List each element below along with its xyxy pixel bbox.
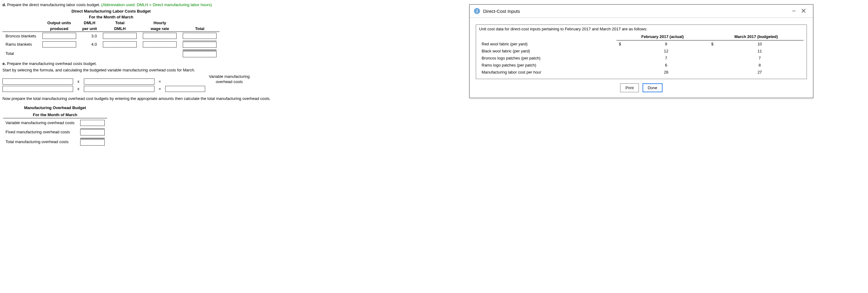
part-e-label: e. [2,61,6,66]
formula1-term2-input[interactable] [84,78,155,84]
broncos-total-input[interactable] [183,33,217,39]
dialog-title-bar: i Direct-Cost Inputs − ✕ [470,5,813,18]
cost-feb: 6 [623,62,709,69]
times-op-2: x [75,86,82,91]
col-wage-a: Hourly [140,20,180,26]
close-icon[interactable]: ✕ [798,8,809,14]
col-output-a: Output units [39,20,79,26]
col-output-b: produced [39,26,79,32]
table-row: Rams logo patches (per patch) 6 8 [479,62,804,69]
cost-mar: 11 [716,47,804,54]
done-button[interactable]: Done [643,83,662,92]
cost-row-name: Black wool fabric (per yard) [479,47,616,54]
row-total-name: Total [2,49,39,58]
cost-table: February 2017 (actual) March 2017 (budge… [479,33,804,76]
cost-feb: 9 [623,40,709,48]
table-row: Variable manufacturing overhead costs [3,119,107,127]
dmlh-title: Direct Manufacturing Labor Costs Budget [2,8,220,14]
part-d-label: d. [2,2,6,7]
dmlh-subtitle: For the Month of March [2,14,220,20]
cost-feb: 7 [623,54,709,62]
rams-total-input[interactable] [183,42,217,48]
ovhd-subtitle: For the Month of March [3,112,107,118]
cost-row-name: Red wool fabric (per yard) [479,40,616,48]
ovhd-fixed-label: Fixed manufacturing overhead costs [3,127,77,136]
col-mar: March 2017 (budgeted) [709,33,804,40]
cost-feb: 12 [623,47,709,54]
cost-row-name: Rams logo patches (per patch) [479,62,616,69]
equals-op-2: = [157,86,163,91]
row-broncos-name: Broncos blankets [2,32,39,40]
broncos-total-dmlh-input[interactable] [103,33,137,39]
direct-cost-dialog: i Direct-Cost Inputs − ✕ Unit cost data … [469,4,813,98]
table-row: Red wool fabric (per yard) $ 9 $ 10 [479,40,804,48]
part-d-text: Prepare the direct manufacturing labor c… [7,2,100,7]
table-row: Fixed manufacturing overhead costs [3,127,107,136]
part-d-abbrev: (Abbreviation used: DMLH = Direct manufa… [101,2,212,7]
dialog-intro: Unit cost data for direct-cost inputs pe… [479,27,804,31]
cost-mar: 8 [716,62,804,69]
formula2-result-input[interactable] [165,86,205,92]
table-row: Broncos logo patches (per patch) 7 7 [479,54,804,62]
table-row: Total manufacturing overhead costs [3,137,107,147]
rams-total-dmlh-input[interactable] [103,41,137,47]
currency-symbol: $ [616,40,623,48]
ovhd-total-label: Total manufacturing overhead costs [3,137,77,147]
col-total-dmlh-a: Total [100,20,140,26]
col-wage-b: wage rate [140,26,180,32]
broncos-dmlh: 3.0 [79,32,100,40]
ovhd-var-label: Variable manufacturing overhead costs [3,119,77,127]
print-button[interactable]: Print [620,83,639,92]
ovhd-total-input[interactable] [80,140,105,146]
cost-row-name: Broncos logo patches (per patch) [479,54,616,62]
col-feb: February 2017 (actual) [616,33,709,40]
equals-op: = [157,79,163,84]
ovhd-title: Manufacturing Overhead Budget [3,105,107,111]
dialog-title-text: Direct-Cost Inputs [483,9,520,14]
info-icon: i [474,8,480,14]
col-dmlh-a: DMLH [79,20,100,26]
col-total-dmlh-b: DMLH [100,26,140,32]
cost-feb: 26 [623,69,709,76]
broncos-wage-input[interactable] [143,33,177,39]
formula2-term1-input[interactable] [2,86,73,92]
var-ovhd-label: Variable manufacturing overhead costs [209,74,250,84]
minimize-icon[interactable]: − [789,8,798,14]
row-rams-name: Rams blankets [2,40,39,49]
table-row: Total [2,49,220,58]
cost-mar: 27 [716,69,804,76]
table-row: Rams blankets 4.0 [2,40,220,49]
rams-output-input[interactable] [42,41,76,47]
ovhd-var-input[interactable] [80,120,105,126]
formula2-term2-input[interactable] [84,86,155,92]
ovhd-fixed-input[interactable] [80,129,105,136]
formula1-term1-input[interactable] [2,78,73,84]
formula-row-2: x = [2,86,205,92]
part-e-text: Prepare the manufacturing overhead costs… [7,61,97,66]
table-row: Manufacturing labor cost per hour 26 27 [479,69,804,76]
rams-wage-input[interactable] [143,41,177,47]
times-op: x [75,79,82,84]
formula-row-1: x = [2,78,205,84]
col-dmlh-b: per unit [79,26,100,32]
overhead-budget-table: Manufacturing Overhead Budget For the Mo… [2,104,108,147]
dmlh-budget-table: Direct Manufacturing Labor Costs Budget … [2,8,220,58]
cost-mar: 7 [716,54,804,62]
col-total-b: Total [180,26,220,32]
rams-dmlh: 4.0 [79,40,100,49]
cost-mar: 10 [716,40,804,48]
table-row: Broncos blankets 3.0 [2,32,220,40]
currency-symbol: $ [709,40,716,48]
cost-row-name: Manufacturing labor cost per hour [479,69,616,76]
broncos-output-input[interactable] [42,33,76,39]
table-row: Black wool fabric (per yard) 12 11 [479,47,804,54]
grand-total-input[interactable] [183,51,217,57]
cost-table-box: Unit cost data for direct-cost inputs pe… [476,25,807,79]
